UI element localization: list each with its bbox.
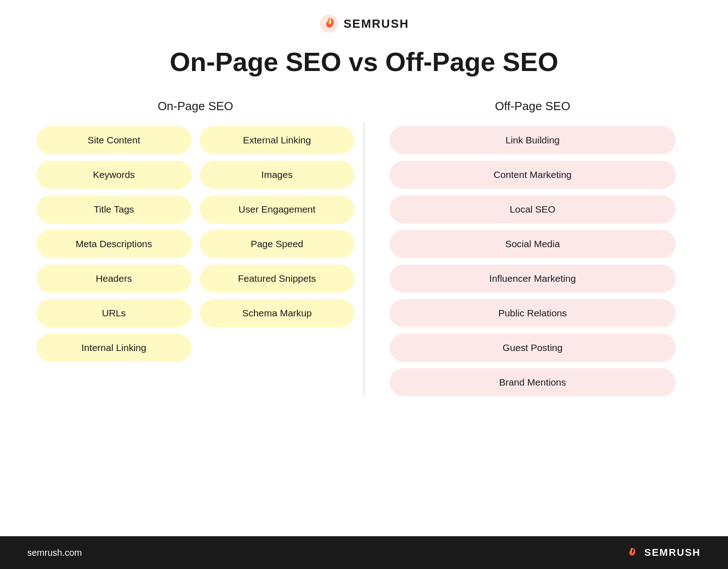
list-item: Site Content [36, 126, 192, 154]
list-item: Social Media [389, 230, 675, 258]
off-page-list: Link Building Content Marketing Local SE… [389, 126, 675, 396]
semrush-logo-icon [319, 14, 339, 34]
list-item: Content Marketing [389, 161, 675, 189]
list-item: External Linking [200, 126, 355, 154]
list-item: Images [200, 161, 355, 189]
list-item: User Engagement [200, 195, 355, 224]
footer-logo: SEMRUSH [623, 544, 701, 561]
on-page-grid: Site Content External Linking Keywords I… [27, 126, 364, 362]
list-item: Internal Linking [36, 334, 192, 362]
list-item: Schema Markup [200, 299, 355, 327]
list-item: Guest Posting [389, 334, 675, 362]
list-item: URLs [36, 299, 192, 327]
list-item: Featured Snippets [200, 264, 355, 293]
list-item: Public Relations [389, 299, 675, 327]
off-page-column-title: Off-Page SEO [495, 99, 571, 113]
list-item: Link Building [389, 126, 675, 154]
list-item: Title Tags [36, 195, 192, 224]
semrush-logo-text: SEMRUSH [344, 17, 409, 31]
footer-logo-icon [623, 544, 640, 561]
list-item: Local SEO [389, 195, 675, 224]
on-page-column: On-Page SEO Site Content External Linkin… [27, 99, 364, 396]
list-item: Page Speed [200, 230, 355, 258]
columns-container: On-Page SEO Site Content External Linkin… [27, 99, 701, 396]
list-item: Influencer Marketing [389, 264, 675, 293]
list-item: Meta Descriptions [36, 230, 192, 258]
list-item: Brand Mentions [389, 368, 675, 396]
main-content: SEMRUSH On-Page SEO vs Off-Page SEO On-P… [0, 0, 728, 536]
list-item: Headers [36, 264, 192, 293]
page-title: On-Page SEO vs Off-Page SEO [170, 47, 558, 76]
on-page-column-title: On-Page SEO [157, 99, 233, 113]
footer-url: semrush.com [27, 548, 82, 558]
header-logo: SEMRUSH [319, 14, 409, 34]
off-page-column: Off-Page SEO Link Building Content Marke… [364, 99, 701, 396]
list-item: Keywords [36, 161, 192, 189]
footer: semrush.com SEMRUSH [0, 536, 728, 569]
footer-logo-text: SEMRUSH [644, 547, 701, 559]
